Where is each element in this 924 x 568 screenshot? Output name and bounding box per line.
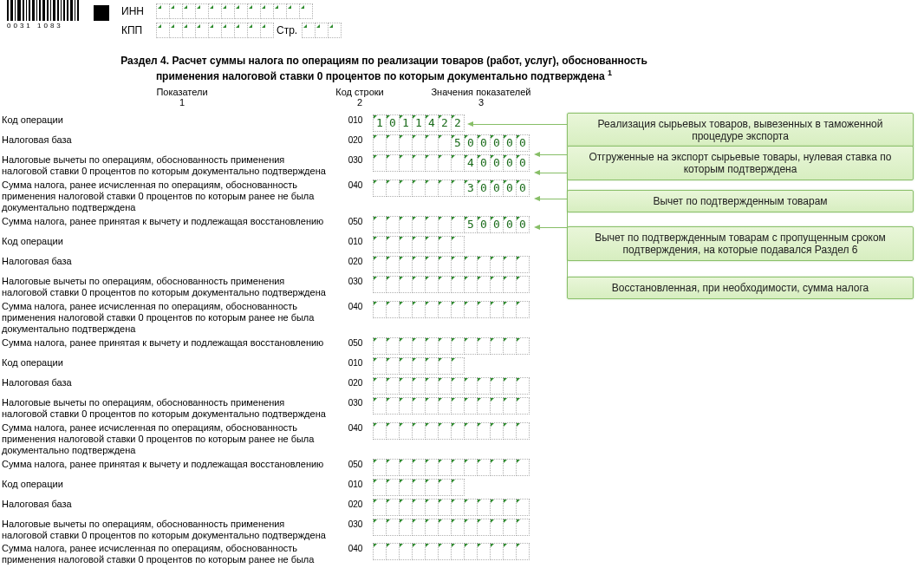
annotation-box: Восстановленная, при необходимости, сумм… xyxy=(567,277,914,299)
row-linecode: 030 xyxy=(338,154,373,165)
annotation-arrow xyxy=(539,154,567,155)
table-row: Код операции010 xyxy=(0,479,555,496)
annotation-connector xyxy=(567,227,568,287)
row-linecode: 010 xyxy=(338,114,373,125)
row-linecode: 020 xyxy=(338,256,373,266)
table-row: Сумма налога, ранее принятая к вычету и … xyxy=(0,459,555,476)
kpp-cells[interactable] xyxy=(156,23,274,38)
row-value-cells[interactable] xyxy=(373,479,465,496)
row-linecode: 030 xyxy=(338,519,373,529)
row-linecode: 020 xyxy=(338,377,373,388)
row-label: Сумма налога, ранее исчисленная по опера… xyxy=(0,301,338,335)
row-label: Сумма налога, ранее принятая к вычету и … xyxy=(0,216,338,227)
section-title: Раздел 4. Расчет суммы налога по операци… xyxy=(24,54,744,83)
row-value-cells[interactable] xyxy=(373,459,530,476)
row-label: Налоговые вычеты по операциям, обоснован… xyxy=(0,519,338,541)
barcode-bars xyxy=(7,0,81,21)
row-value-cells[interactable] xyxy=(373,276,530,293)
table-row: Налоговая база020500000 xyxy=(0,134,555,152)
data-rows: Код операции0101011422Налоговая база0205… xyxy=(0,114,555,568)
row-linecode: 010 xyxy=(338,357,373,368)
annotation-connector xyxy=(567,173,568,200)
table-row: Код операции010 xyxy=(0,357,555,375)
table-row: Сумма налога, ранее исчисленная по опера… xyxy=(0,422,555,456)
row-value-cells[interactable]: 1011422 xyxy=(373,114,465,132)
row-linecode: 020 xyxy=(338,499,373,509)
row-linecode: 040 xyxy=(338,543,373,553)
row-label: Налоговые вычеты по операциям, обоснован… xyxy=(0,397,338,420)
row-linecode: 010 xyxy=(338,479,373,489)
annotation-arrow xyxy=(472,124,567,125)
row-linecode: 050 xyxy=(338,337,373,348)
page-label: Стр. xyxy=(277,24,297,36)
annotation-arrow xyxy=(539,227,567,228)
table-row: Налоговые вычеты по операциям, обоснован… xyxy=(0,519,555,541)
annotation-arrow xyxy=(539,173,567,173)
row-linecode: 050 xyxy=(338,216,373,226)
row-value-cells[interactable] xyxy=(373,256,530,273)
row-value-cells[interactable] xyxy=(373,543,530,560)
tax-form-page: 0031 1083 ИНН КПП Стр. Раздел 4. Расчет … xyxy=(0,0,924,568)
table-row: Налоговые вычеты по операциям, обоснован… xyxy=(0,397,555,420)
table-row: Сумма налога, ранее принятая к вычету и … xyxy=(0,216,555,233)
table-row: Налоговая база020 xyxy=(0,377,555,395)
row-label: Налоговые вычеты по операциям, обоснован… xyxy=(0,154,338,177)
table-row: Сумма налога, ранее исчисленная по опера… xyxy=(0,180,555,213)
page-cells[interactable] xyxy=(302,23,342,38)
row-linecode: 050 xyxy=(338,459,373,469)
row-label: Код операции xyxy=(0,114,338,126)
row-label: Налоговая база xyxy=(0,134,338,146)
annotation-box: Отгруженные на экспорт сырьевые товары, … xyxy=(567,146,914,180)
row-linecode: 040 xyxy=(338,180,373,190)
header-indicators: Показатели1 xyxy=(130,87,234,108)
row-value-cells[interactable]: 40000 xyxy=(373,154,530,172)
row-linecode: 030 xyxy=(338,397,373,408)
barcode: 0031 1083 xyxy=(7,0,81,29)
row-label: Код операции xyxy=(0,236,338,247)
row-linecode: 040 xyxy=(338,422,373,433)
annotation-box: Вычет по подтвержденным товарам xyxy=(567,190,914,212)
header-linecode: Код строки2 xyxy=(329,87,390,108)
row-value-cells[interactable] xyxy=(373,377,530,395)
row-value-cells[interactable] xyxy=(373,519,530,536)
table-row: Код операции010 xyxy=(0,236,555,253)
header-values: Значения показателей3 xyxy=(416,87,546,108)
row-value-cells[interactable] xyxy=(373,337,530,355)
row-linecode: 010 xyxy=(338,236,373,246)
row-value-cells[interactable] xyxy=(373,422,530,440)
row-label: Сумма налога, ранее принятая к вычету и … xyxy=(0,459,338,470)
table-row: Налоговая база020 xyxy=(0,256,555,273)
row-value-cells[interactable] xyxy=(373,301,530,318)
table-row: Сумма налога, ранее исчисленная по опера… xyxy=(0,301,555,335)
row-value-cells[interactable]: 30000 xyxy=(373,180,530,197)
table-row: Сумма налога, ранее исчисленная по опера… xyxy=(0,543,555,568)
table-row: Сумма налога, ранее принятая к вычету и … xyxy=(0,337,555,355)
row-label: Сумма налога, ранее исчисленная по опера… xyxy=(0,543,338,568)
table-row: Налоговые вычеты по операциям, обоснован… xyxy=(0,154,555,177)
row-label: Код операции xyxy=(0,357,338,369)
inn-cells[interactable] xyxy=(156,3,313,19)
table-row: Налоговые вычеты по операциям, обоснован… xyxy=(0,276,555,298)
row-linecode: 020 xyxy=(338,134,373,145)
row-label: Код операции xyxy=(0,479,338,490)
annotation-arrow xyxy=(539,199,567,199)
inn-label: ИНН xyxy=(121,5,144,17)
row-label: Сумма налога, ранее принятая к вычету и … xyxy=(0,337,338,349)
row-label: Сумма налога, ранее исчисленная по опера… xyxy=(0,180,338,213)
row-label: Сумма налога, ранее исчисленная по опера… xyxy=(0,422,338,456)
barcode-number: 0031 1083 xyxy=(7,22,81,29)
row-value-cells[interactable] xyxy=(373,357,465,375)
row-value-cells[interactable] xyxy=(373,236,465,253)
marker-square xyxy=(94,5,109,21)
row-value-cells[interactable] xyxy=(373,397,530,415)
row-value-cells[interactable]: 50000 xyxy=(373,216,530,233)
row-value-cells[interactable] xyxy=(373,499,530,516)
kpp-label: КПП xyxy=(121,24,142,36)
row-label: Налоговая база xyxy=(0,499,338,510)
row-value-cells[interactable]: 500000 xyxy=(373,134,530,152)
row-linecode: 030 xyxy=(338,276,373,286)
table-row: Налоговая база020 xyxy=(0,499,555,516)
row-linecode: 040 xyxy=(338,301,373,311)
annotation-box: Вычет по подтвержденным товарам с пропущ… xyxy=(567,226,914,261)
row-label: Налоговые вычеты по операциям, обоснован… xyxy=(0,276,338,298)
